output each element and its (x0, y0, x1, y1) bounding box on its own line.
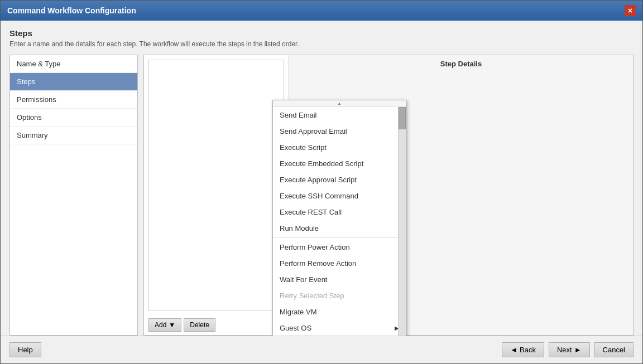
back-arrow-icon: ◄ (510, 346, 517, 354)
footer: Help ◄ Back Next ► Cancel (1, 336, 642, 363)
sidebar-item-steps[interactable]: Steps (10, 73, 137, 91)
footer-buttons: ◄ Back Next ► Cancel (502, 342, 634, 357)
sidebar-item-summary[interactable]: Summary (10, 127, 137, 144)
section-desc: Enter a name and the details for each st… (9, 40, 634, 48)
step-details-panel: Step Details (289, 55, 633, 335)
left-nav: Name & Type Steps Permissions Options Su… (9, 55, 138, 336)
steps-content: Add ▼ Delete Step Details (144, 55, 633, 335)
steps-list-buttons: Add ▼ Delete (144, 315, 289, 335)
delete-button[interactable]: Delete (184, 318, 215, 332)
section-title: Steps (9, 28, 634, 38)
next-arrow-icon: ► (574, 346, 582, 354)
dropdown-arrow-icon: ▼ (169, 321, 175, 329)
content-area: Name & Type Steps Permissions Options Su… (9, 55, 634, 336)
back-button[interactable]: ◄ Back (502, 342, 544, 357)
next-button[interactable]: Next ► (549, 342, 590, 357)
dialog-body: Steps Enter a name and the details for e… (1, 21, 642, 336)
close-button[interactable]: × (625, 5, 636, 16)
sidebar-item-permissions[interactable]: Permissions (10, 91, 137, 109)
help-button[interactable]: Help (9, 342, 41, 357)
cancel-button[interactable]: Cancel (594, 342, 634, 357)
step-details-title: Step Details (294, 60, 628, 68)
main-content: Add ▼ Delete Step Details (143, 55, 634, 336)
dialog-title: Command Workflow Configuration (7, 6, 136, 15)
steps-list-panel: Add ▼ Delete (144, 55, 289, 335)
sidebar-item-options[interactable]: Options (10, 109, 137, 127)
sidebar-item-name-type[interactable]: Name & Type (10, 55, 137, 73)
add-button[interactable]: Add ▼ (148, 318, 181, 332)
dialog: Command Workflow Configuration × Steps E… (0, 0, 643, 364)
steps-list-scroll[interactable] (148, 60, 284, 310)
title-bar: Command Workflow Configuration × (1, 1, 642, 21)
